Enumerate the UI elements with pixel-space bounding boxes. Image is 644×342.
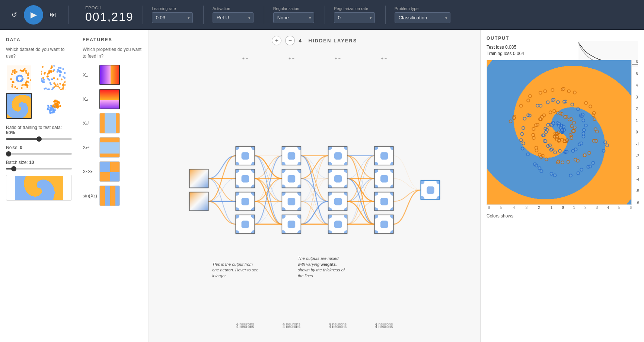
dataset-xor-canvas [41,65,66,91]
epoch-block: Epoch 001,219 [85,6,134,24]
noise-label: Noise: 0 [6,145,72,150]
feature-row-x1: X₁ [83,65,144,85]
reg-rate-wrapper: 00.0010.010.1 [334,12,375,23]
feature-thumb-x2[interactable] [99,89,120,109]
feat-x1sq-canvas [100,113,120,133]
data-preview [6,175,72,201]
epoch-value: 001,219 [85,10,134,24]
separator5 [325,6,325,24]
network-panel: + − 4 HIDDEN LAYERS This is the output f… [149,30,480,342]
main-content: DATA Which dataset do you want to use? R… [0,30,644,342]
regularization-block: Regularization NoneL1L2 [273,6,314,23]
feat-x2-canvas [100,90,120,109]
feat-x1x2-canvas [100,162,120,182]
problem-type-select[interactable]: ClassificationRegression [395,12,450,23]
colors-shows: Colors shows [487,213,638,219]
noise-section: Noise: 0 [6,145,72,155]
data-panel: DATA Which dataset do you want to use? R… [0,30,78,342]
step-button[interactable]: ⏭ [46,8,60,22]
dataset-spiral-canvas [7,94,32,119]
output-viz-container: 654321 0 -1-2-3-4-5-6 [487,60,638,205]
feature-label-x1: X₁ [83,72,99,78]
regularization-select[interactable]: NoneL1L2 [273,12,314,23]
dataset-grid [6,65,72,119]
network-canvas [153,49,476,331]
reg-rate-select[interactable]: 00.0010.010.1 [334,12,375,23]
batch-label: Batch size: 10 [6,160,72,165]
dataset-circle[interactable] [6,65,32,91]
feature-thumb-x1sq[interactable] [99,113,120,133]
feature-label-x1x2: X₁X₂ [83,169,99,174]
ratio-label: Ratio of training to test data: 50% [6,125,72,135]
problem-type-wrapper: ClassificationRegression [395,12,450,23]
output-panel: OUTPUT Test loss 0.085 Training loss 0.0… [480,30,644,342]
activation-wrapper: ReLUTanhSigmoidLinear [213,12,254,23]
separator6 [385,6,386,24]
add-layer-btn[interactable]: + [272,36,281,45]
reset-button[interactable]: ↺ [7,8,21,22]
separator3 [203,6,204,24]
features-question: Which properties do you want to feed in? [83,46,144,59]
feature-label-sinx1: sin(X₁) [83,193,99,199]
learning-rate-label: Learning rate [152,6,193,11]
batch-thumb[interactable] [11,166,16,171]
noise-thumb[interactable] [6,151,11,157]
spiral-canvas [487,60,632,205]
dataset-spiral[interactable] [6,93,32,119]
features-panel: FEATURES Which properties do you want to… [78,30,149,342]
top-bar: ↺ ▶ ⏭ Epoch 001,219 Learning rate 0.030.… [0,0,644,30]
dataset-cluster-canvas [41,94,66,119]
training-loss-value: 0.064 [513,51,524,56]
activation-block: Activation ReLUTanhSigmoidLinear [213,6,254,23]
feature-thumb-x1[interactable] [99,65,120,85]
network-header: + − 4 HIDDEN LAYERS [153,36,476,45]
reg-rate-block: Regularization rate 00.0010.010.1 [334,6,375,23]
feature-row-x2sq: X₂² [83,137,144,158]
feat-x2sq-canvas [100,138,120,158]
feature-label-x2: X₂ [83,96,99,102]
regularization-label: Regularization [273,6,314,11]
separator4 [264,6,264,24]
features-panel-title: FEATURES [83,37,144,42]
learning-rate-wrapper: 0.030.0010.010.1 [152,12,193,23]
feature-label-x1sq: X₁² [83,120,99,126]
learning-rate-block: Learning rate 0.030.0010.010.1 [152,6,193,23]
noise-track [6,153,72,155]
x-axis: -6-5-4-3-2-1 0 123456 [487,206,632,210]
y-axis: 654321 0 -1-2-3-4-5-6 [636,60,639,205]
dataset-circle-canvas [7,65,32,91]
dataset-question: Which dataset do you want to use? [6,46,72,59]
feat-sinx1-canvas [100,186,120,206]
ratio-fill [6,138,39,140]
data-preview-canvas [15,176,63,200]
learning-rate-select[interactable]: 0.030.0010.010.1 [152,12,193,23]
batch-track [6,168,72,170]
feature-thumb-sinx1[interactable] [99,185,120,206]
feat-x1-canvas [100,65,120,85]
ratio-value: 50% [6,130,15,135]
remove-layer-btn[interactable]: − [285,36,295,45]
noise-value: 0 [20,145,22,150]
regularization-wrapper: NoneL1L2 [273,12,314,23]
epoch-label: Epoch [85,6,134,10]
problem-type-block: Problem type ClassificationRegression [395,6,450,23]
activation-select[interactable]: ReLUTanhSigmoidLinear [213,12,254,23]
dataset-xor[interactable] [40,65,66,91]
separator2 [143,6,143,24]
feature-thumb-x2sq[interactable] [99,137,120,158]
reg-rate-label: Regularization rate [334,6,375,11]
problem-type-label: Problem type [395,6,450,11]
dataset-cluster[interactable] [40,93,66,119]
network-viz: This is the output from one neuron. Hove… [153,49,476,331]
separator [68,6,69,24]
activation-label: Activation [213,6,254,11]
feature-row-x1sq: X₁² [83,113,144,133]
batch-value: 10 [29,160,34,165]
play-button[interactable]: ▶ [24,5,43,25]
ratio-thumb[interactable] [36,136,42,142]
feature-thumb-x1x2[interactable] [99,161,120,182]
data-panel-title: DATA [6,37,72,42]
feature-row-sinx1: sin(X₁) [83,185,144,206]
output-title: OUTPUT [487,36,638,41]
test-loss-value: 0.085 [505,45,516,50]
